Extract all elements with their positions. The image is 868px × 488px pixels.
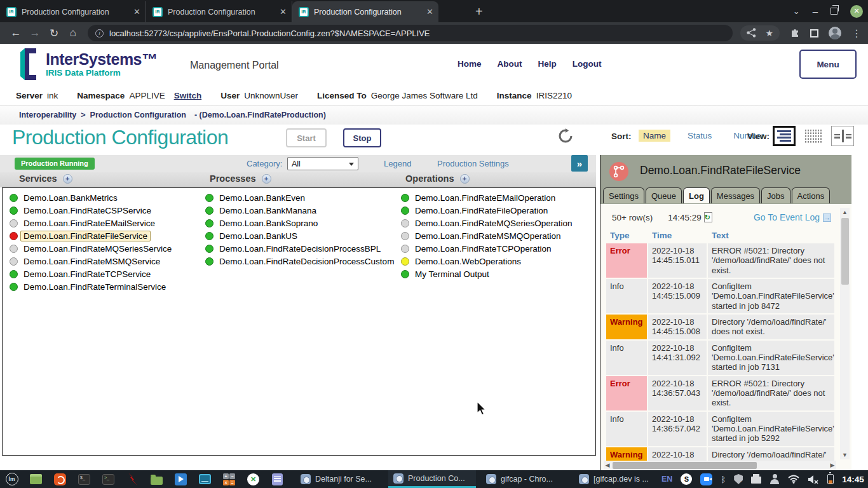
bluetooth-icon[interactable]: ᛒ xyxy=(721,475,726,484)
switch-link[interactable]: Switch xyxy=(174,91,202,100)
col-time[interactable]: Time xyxy=(648,229,707,241)
category-select[interactable]: All xyxy=(287,157,358,170)
tab-close-icon[interactable]: ✕ xyxy=(133,7,140,17)
notes-app-icon[interactable] xyxy=(271,473,284,486)
expand-panel-button[interactable]: » xyxy=(571,155,588,172)
operation-item[interactable]: Demo.Loan.FindRateTCPOperation xyxy=(401,242,573,255)
log-row[interactable]: Info 2022-10-18 14:36:57.042 ConfigItem … xyxy=(606,412,834,446)
minimize-button[interactable]: – xyxy=(813,6,818,17)
auto-refresh-icon[interactable]: ↻ xyxy=(704,212,712,222)
panel-tab[interactable]: Messages xyxy=(711,187,760,203)
terminal-icon[interactable]: $_ xyxy=(78,473,91,486)
process-name[interactable]: Demo.Loan.FindRateDecisionProcessCustom xyxy=(219,257,394,266)
wifi-icon[interactable] xyxy=(788,475,799,484)
terminal-alt-icon[interactable]: >_ xyxy=(102,473,115,486)
log-row[interactable]: Warning 2022-10-18 14:36:57.041 Director… xyxy=(606,447,834,461)
service-item[interactable]: Demo.Loan.FindRateEMailService xyxy=(10,217,172,229)
taskbar-window-button[interactable]: gifcap - Chro... xyxy=(481,470,569,488)
log-row[interactable]: Info 2022-10-18 14:45:15.009 ConfigItem … xyxy=(606,279,834,313)
mint-menu-icon[interactable]: lm xyxy=(5,473,18,486)
new-tab-button[interactable]: + xyxy=(475,4,483,19)
site-info-icon[interactable]: i xyxy=(95,29,104,37)
browser-tab[interactable]: IR Production Configuration ✕ xyxy=(292,1,438,22)
panel-tab[interactable]: Jobs xyxy=(761,187,790,203)
lightning-app-icon[interactable] xyxy=(126,473,139,486)
scroll-left-icon[interactable]: ◀ xyxy=(604,461,611,470)
process-item[interactable]: Demo.Loan.BankUS xyxy=(205,229,394,242)
process-name[interactable]: Demo.Loan.BankManana xyxy=(219,206,316,215)
tab-close-icon[interactable]: ✕ xyxy=(280,7,287,17)
menu-button[interactable]: Menu xyxy=(799,50,857,79)
list-view-icon[interactable] xyxy=(773,126,796,146)
process-item[interactable]: Demo.Loan.BankSoprano xyxy=(205,217,394,229)
taskbar-window-button[interactable]: [gifcap.dev is ... xyxy=(574,470,661,488)
skype-icon[interactable]: S xyxy=(681,473,692,485)
service-name[interactable]: Demo.Loan.FindRateTerminalService xyxy=(24,282,166,292)
forward-button[interactable]: → xyxy=(25,27,44,39)
service-item[interactable]: Demo.Loan.FindRateMQSeriesService xyxy=(10,242,172,255)
start-button[interactable]: Start xyxy=(286,128,327,147)
service-item[interactable]: Demo.Loan.FindRateTerminalService xyxy=(10,280,172,293)
panel-tab[interactable]: Settings xyxy=(603,187,644,203)
printer-icon[interactable] xyxy=(751,477,761,484)
sort-option[interactable]: Name xyxy=(639,130,670,142)
show-desktop-icon[interactable] xyxy=(29,473,43,486)
portal-nav-link[interactable]: Home xyxy=(458,59,482,69)
horizontal-scrollbar[interactable]: ◀ ▶ xyxy=(604,461,836,470)
add-service-button[interactable]: + xyxy=(63,174,72,184)
portal-nav-link[interactable]: About xyxy=(498,59,522,69)
log-row[interactable]: Error 2022-10-18 14:45:15.011 ERROR #502… xyxy=(606,243,834,278)
home-button[interactable]: ⌂ xyxy=(64,27,83,39)
log-row[interactable]: Error 2022-10-18 14:36:57.043 ERROR #502… xyxy=(606,376,834,410)
extensions-puzzle-icon[interactable] xyxy=(790,28,800,38)
add-process-button[interactable]: + xyxy=(262,174,271,184)
reading-list-icon[interactable] xyxy=(810,29,818,37)
calculator-icon[interactable]: +−×= xyxy=(222,473,236,486)
operation-item[interactable]: My Terminal Output xyxy=(401,268,573,280)
service-item[interactable]: Demo.Loan.BankMetrics xyxy=(10,191,172,204)
taskbar-window-button[interactable]: Deltanji for Se... xyxy=(295,470,383,488)
volume-muted-icon[interactable] xyxy=(808,475,819,484)
language-indicator[interactable]: EN xyxy=(661,475,672,484)
log-row[interactable]: Info 2022-10-18 14:41:31.092 ConfigItem … xyxy=(606,341,834,375)
process-name[interactable]: Demo.Loan.BankEven xyxy=(219,193,305,203)
taskbar-window-button[interactable]: Production Co... xyxy=(388,470,476,488)
sort-option[interactable]: Status xyxy=(683,130,716,142)
panel-tab[interactable]: Queue xyxy=(646,187,682,203)
battery-icon[interactable] xyxy=(827,474,834,484)
service-name[interactable]: Demo.Loan.FindRateMSMQService xyxy=(24,257,160,266)
process-item[interactable]: Demo.Loan.BankManana xyxy=(205,204,394,217)
scroll-up-icon[interactable]: ▲ xyxy=(840,208,850,217)
share-icon[interactable] xyxy=(747,28,756,37)
user-tray-icon[interactable] xyxy=(770,474,780,484)
reload-button[interactable]: ↻ xyxy=(44,27,64,40)
operation-name[interactable]: Demo.Loan.WebOperations xyxy=(415,257,521,266)
scrollbar-thumb[interactable] xyxy=(613,462,757,469)
service-item[interactable]: Demo.Loan.FindRateFileService xyxy=(10,229,172,242)
system-monitor-icon[interactable] xyxy=(198,473,212,486)
operation-name[interactable]: Demo.Loan.FindRateEMailOperation xyxy=(415,193,555,203)
service-name[interactable]: Demo.Loan.FindRateFileService xyxy=(20,231,151,241)
service-item[interactable]: Demo.Loan.FindRateCSPService xyxy=(10,204,172,217)
operation-item[interactable]: Demo.Loan.FindRateMQSeriesOperation xyxy=(401,217,573,229)
scrollbar-thumb[interactable] xyxy=(841,218,849,285)
service-name[interactable]: Demo.Loan.FindRateTCPService xyxy=(24,269,151,279)
x-app-icon[interactable]: ✕ xyxy=(247,473,260,486)
portal-nav-link[interactable]: Logout xyxy=(573,59,602,69)
service-name[interactable]: Demo.Loan.FindRateCSPService xyxy=(24,206,151,215)
browser-tab[interactable]: IR Production Configuration ✕ xyxy=(146,1,292,22)
back-button[interactable]: ← xyxy=(6,27,25,39)
security-shield-icon[interactable] xyxy=(734,474,743,484)
restore-button[interactable] xyxy=(831,8,837,15)
close-button[interactable]: ✕ xyxy=(850,5,863,18)
log-row[interactable]: Warning 2022-10-18 14:45:15.008 Director… xyxy=(606,315,834,339)
service-item[interactable]: Demo.Loan.FindRateMSMQService xyxy=(10,255,172,268)
stop-button[interactable]: Stop xyxy=(343,128,381,147)
menu-dots-icon[interactable]: ⋮ xyxy=(851,27,862,39)
orange-app-icon[interactable] xyxy=(53,473,67,486)
profile-avatar[interactable] xyxy=(829,27,841,39)
tab-close-icon[interactable]: ✕ xyxy=(426,7,433,17)
process-item[interactable]: Demo.Loan.FindRateDecisionProcessBPL xyxy=(205,242,394,255)
process-item[interactable]: Demo.Loan.FindRateDecisionProcessCustom xyxy=(205,255,394,268)
split-view-icon[interactable] xyxy=(831,126,854,146)
